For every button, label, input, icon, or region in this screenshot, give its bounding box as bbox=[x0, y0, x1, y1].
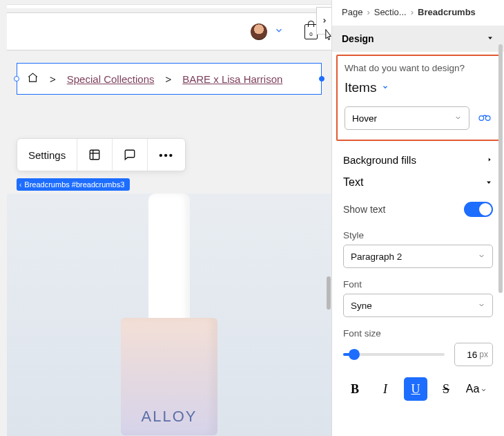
panel-drag-handle[interactable] bbox=[327, 276, 331, 310]
avatar[interactable] bbox=[251, 23, 267, 40]
design-panel: Page › Sectio... › Breadcrumbs Design Wh… bbox=[331, 0, 504, 436]
design-question: What do you want to design? bbox=[345, 63, 492, 73]
font-label: Font bbox=[343, 279, 493, 290]
design-target-value: Items bbox=[345, 80, 376, 95]
layout-icon[interactable] bbox=[77, 139, 113, 171]
underline-button[interactable]: U bbox=[404, 377, 427, 401]
chevron-down-icon bbox=[485, 177, 493, 189]
chevron-down-icon bbox=[454, 113, 462, 124]
home-icon[interactable] bbox=[27, 72, 39, 86]
chevron-left-icon: ‹ bbox=[19, 181, 21, 189]
more-icon[interactable]: ••• bbox=[148, 139, 185, 171]
breadcrumb-link-1[interactable]: Special Collections bbox=[67, 73, 155, 85]
text-section-label: Text bbox=[343, 176, 363, 189]
svg-marker-7 bbox=[487, 181, 491, 184]
style-group: Style Paragraph 2 bbox=[332, 225, 504, 269]
design-target-select[interactable]: Items bbox=[345, 80, 492, 95]
scrollbar[interactable] bbox=[498, 14, 503, 381]
show-text-toggle[interactable] bbox=[464, 202, 493, 217]
style-value: Paragraph 2 bbox=[351, 252, 402, 262]
chevron-down-icon[interactable] bbox=[274, 26, 284, 38]
comment-icon[interactable] bbox=[113, 139, 148, 171]
svg-marker-3 bbox=[488, 37, 492, 40]
design-target-box: What do you want to design? Items Hover bbox=[336, 55, 500, 141]
chevron-down-icon bbox=[478, 252, 485, 262]
site-header: 0 bbox=[7, 12, 331, 50]
fontsize-input[interactable]: 16 px bbox=[454, 343, 493, 366]
settings-button[interactable]: Settings bbox=[17, 139, 77, 171]
show-text-row: Show text bbox=[332, 196, 504, 225]
text-section-header[interactable]: Text bbox=[332, 173, 504, 196]
text-format-row: B I U S Aa bbox=[332, 368, 504, 401]
background-fills-label: Background fills bbox=[343, 154, 416, 166]
style-label: Style bbox=[343, 230, 493, 240]
chevron-right-icon: › bbox=[367, 7, 369, 17]
element-toolbar: Settings ••• bbox=[17, 138, 186, 171]
panel-crumb-page[interactable]: Page bbox=[342, 7, 362, 17]
chevron-right-icon bbox=[486, 154, 493, 166]
svg-marker-6 bbox=[489, 158, 491, 162]
design-section-header[interactable]: Design bbox=[332, 26, 504, 52]
chevron-right-icon: › bbox=[411, 7, 414, 17]
style-select[interactable]: Paragraph 2 bbox=[343, 245, 493, 268]
design-section-label: Design bbox=[342, 33, 374, 44]
element-tag-label: Breadcrumbs #breadcrumbs3 bbox=[24, 180, 124, 189]
svg-rect-0 bbox=[90, 150, 99, 160]
fontsize-unit: px bbox=[479, 350, 488, 359]
chevron-down-icon bbox=[478, 301, 485, 311]
panel-crumb-current: Breadcrumbs bbox=[418, 7, 476, 17]
canvas-area: 0 > Special Collections > BARE x Lisa Ha… bbox=[7, 0, 331, 436]
product-brand: ALLOY bbox=[142, 408, 197, 426]
bold-button[interactable]: B bbox=[343, 377, 367, 401]
fontsize-label: Font size bbox=[343, 328, 493, 339]
resize-handle-right[interactable] bbox=[319, 76, 324, 82]
background-fills-row[interactable]: Background fills bbox=[332, 146, 504, 173]
state-select-value: Hover bbox=[352, 113, 377, 124]
fontsize-slider[interactable] bbox=[343, 353, 445, 356]
text-case-button[interactable]: Aa bbox=[465, 377, 488, 401]
chevron-down-icon bbox=[486, 33, 494, 44]
breadcrumbs-element[interactable]: > Special Collections > BARE x Lisa Harr… bbox=[17, 63, 322, 95]
element-tag[interactable]: ‹ Breadcrumbs #breadcrumbs3 bbox=[17, 178, 130, 191]
chevron-right-icon: > bbox=[166, 73, 172, 85]
fontsize-value: 16 bbox=[467, 350, 477, 360]
font-group: Font Syne bbox=[332, 269, 504, 319]
cart-count: 0 bbox=[309, 31, 312, 37]
strikethrough-button[interactable]: S bbox=[434, 377, 458, 401]
show-text-label: Show text bbox=[343, 204, 385, 215]
chevron-right-icon: > bbox=[50, 73, 56, 85]
state-select[interactable]: Hover bbox=[345, 106, 469, 130]
chevron-down-icon bbox=[382, 84, 389, 92]
resize-handle-left[interactable] bbox=[14, 76, 19, 82]
apply-state-icon[interactable] bbox=[478, 113, 492, 124]
fontsize-group: Font size 16 px bbox=[332, 319, 504, 368]
font-value: Syne bbox=[351, 301, 372, 311]
text-case-label: Aa bbox=[466, 383, 480, 395]
italic-button[interactable]: I bbox=[374, 377, 397, 401]
panel-crumb-section[interactable]: Sectio... bbox=[374, 7, 407, 17]
panel-breadcrumb: Page › Sectio... › Breadcrumbs bbox=[332, 0, 504, 26]
breadcrumb-link-2[interactable]: BARE x Lisa Harrison bbox=[182, 73, 282, 85]
product-preview: ALLOY bbox=[7, 193, 331, 436]
font-select[interactable]: Syne bbox=[343, 294, 493, 317]
